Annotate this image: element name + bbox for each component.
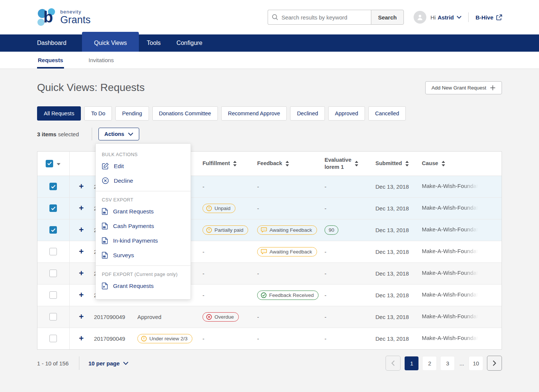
nav-item-quick-views[interactable]: Quick Views xyxy=(82,32,139,52)
subnav-item-requests[interactable]: Requests xyxy=(37,52,64,69)
page-button-10[interactable]: 10 xyxy=(469,356,483,370)
search-icon xyxy=(272,14,278,21)
status-badge-unpaid: Unpaid xyxy=(202,204,235,213)
feedback-icon xyxy=(261,227,267,233)
expand-column-header xyxy=(69,152,93,176)
next-page-button[interactable] xyxy=(487,356,502,371)
filter-donations-committee[interactable]: Donations Committee xyxy=(152,106,218,121)
sort-icon[interactable] xyxy=(354,161,359,167)
menu-item-surveys[interactable]: Surveys xyxy=(96,248,191,262)
nav-item-configure[interactable]: Configure xyxy=(168,34,210,52)
fulfillment-cell: - xyxy=(202,284,256,306)
search-input[interactable] xyxy=(268,10,371,25)
page-ellipsis: ... xyxy=(459,360,465,367)
actions-button[interactable]: Actions xyxy=(98,128,139,140)
results-range: 1 - 10 of 156 xyxy=(37,360,68,367)
menu-section-title: BULK ACTIONS xyxy=(96,148,191,159)
menu-item-edit[interactable]: Edit xyxy=(96,159,191,173)
status-badge-overdue: Overdue xyxy=(202,312,239,322)
status-badge-awaiting-feedback: Awaiting Feedback xyxy=(257,247,317,256)
filter-pending[interactable]: Pending xyxy=(115,106,149,121)
expand-row-button[interactable]: + xyxy=(79,269,84,277)
row-checkbox[interactable] xyxy=(49,248,57,255)
filter-declined[interactable]: Declined xyxy=(290,106,325,121)
feedback-cell: Feedback Received xyxy=(256,284,324,306)
user-menu[interactable]: Hi Astrid xyxy=(430,14,462,21)
expand-row-button[interactable]: + xyxy=(79,313,84,321)
menu-item-grant-requests[interactable]: Grant Requests xyxy=(96,279,191,293)
filter-recommend-approve[interactable]: Recommend Approve xyxy=(221,106,287,121)
filter-all-requests[interactable]: All Requests xyxy=(37,106,81,121)
menu-item-decline[interactable]: Decline xyxy=(96,173,191,188)
avatar[interactable] xyxy=(414,11,426,24)
selection-count: 3 items selected xyxy=(37,131,79,137)
page-button-1[interactable]: 1 xyxy=(405,356,418,370)
evaluative-cell: - xyxy=(324,328,375,349)
selection-caret-icon[interactable] xyxy=(57,161,61,167)
subnav-item-invitations[interactable]: Invitations xyxy=(88,52,115,69)
pagination-divider xyxy=(79,356,79,370)
edit-icon xyxy=(102,162,109,170)
sort-icon[interactable] xyxy=(285,161,289,167)
menu-item-grant-requests[interactable]: Grant Requests xyxy=(96,204,191,219)
feedback-cell: - xyxy=(256,197,324,219)
nav-item-dashboard[interactable]: Dashboard xyxy=(37,34,82,52)
bhive-link[interactable]: B-Hive xyxy=(475,14,502,21)
row-checkbox[interactable] xyxy=(49,313,57,320)
page-content: Quick Views: Requests Add New Grant Requ… xyxy=(0,79,539,392)
row-checkbox[interactable] xyxy=(49,183,57,190)
nav-item-tools[interactable]: Tools xyxy=(139,34,168,52)
cause-cell: Make-A-Wish-Foundati xyxy=(421,176,502,197)
chevron-right-icon xyxy=(493,360,496,366)
expand-row-button[interactable]: + xyxy=(79,226,84,234)
expand-row-button[interactable]: + xyxy=(79,334,84,343)
submitted-cell: Dec 13, 2018 xyxy=(375,284,421,306)
feedback-cell: Awaiting Feedback xyxy=(256,241,324,262)
menu-item-cash-payments[interactable]: Cash Payments xyxy=(96,219,191,233)
previous-page-button[interactable] xyxy=(386,356,401,371)
page-button-3[interactable]: 3 xyxy=(441,356,454,370)
column-header-cause: Cause xyxy=(421,152,502,176)
cause-cell: Make-A-Wish-Foundati xyxy=(421,284,502,306)
row-checkbox[interactable] xyxy=(49,204,57,212)
status-cell: Under review 2/3 xyxy=(137,328,202,349)
request-id-cell[interactable]: 2017090049 xyxy=(93,306,137,328)
evaluative-cell: 90 xyxy=(324,219,375,241)
expand-row-button[interactable]: + xyxy=(79,291,84,299)
request-id-cell[interactable]: 2017090049 xyxy=(93,328,137,349)
filter-cancelled[interactable]: Cancelled xyxy=(368,106,406,121)
fulfillment-cell: Overdue xyxy=(202,306,256,328)
table-row: +2017090049ApprovedOverdue--Dec 13, 2018… xyxy=(37,306,502,328)
feedback-cell: Awaiting Feedback xyxy=(256,219,324,241)
row-checkbox[interactable] xyxy=(49,335,57,342)
row-checkbox[interactable] xyxy=(49,291,57,299)
expand-row-button[interactable]: + xyxy=(79,247,84,256)
row-checkbox[interactable] xyxy=(49,226,57,234)
per-page-select[interactable]: 10 per page xyxy=(88,360,128,367)
filter-approved[interactable]: Approved xyxy=(328,106,365,121)
status-cell: Approved xyxy=(137,306,202,328)
evaluative-cell: - xyxy=(324,197,375,219)
chevron-down-icon xyxy=(457,16,462,19)
column-header-submitted: Submitted xyxy=(375,152,421,176)
row-checkbox[interactable] xyxy=(49,270,57,277)
filter-to-do[interactable]: To Do xyxy=(84,106,112,121)
cause-cell: Make-A-Wish-Foundati xyxy=(421,262,502,284)
menu-item-in-kind-payments[interactable]: In-kind Payments xyxy=(96,233,191,248)
add-new-grant-request-button[interactable]: Add New Grant Request xyxy=(425,81,502,94)
select-all-checkbox[interactable] xyxy=(46,160,53,167)
evaluative-cell: - xyxy=(324,241,375,262)
sort-icon[interactable] xyxy=(441,161,445,167)
expand-row-button[interactable]: + xyxy=(79,204,84,212)
sort-icon[interactable] xyxy=(405,161,409,167)
chevron-left-icon xyxy=(391,360,395,366)
sort-icon[interactable] xyxy=(233,161,237,167)
selection-divider xyxy=(92,128,92,140)
submitted-cell: Dec 13, 2018 xyxy=(375,219,421,241)
search-button[interactable]: Search xyxy=(371,10,404,25)
status-badge-partially-paid: Partially paid xyxy=(202,225,248,235)
page-button-2[interactable]: 2 xyxy=(423,356,436,370)
feedback-cell: - xyxy=(256,176,324,197)
brand-name-benevity: benevity xyxy=(60,9,91,14)
expand-row-button[interactable]: + xyxy=(79,182,84,191)
